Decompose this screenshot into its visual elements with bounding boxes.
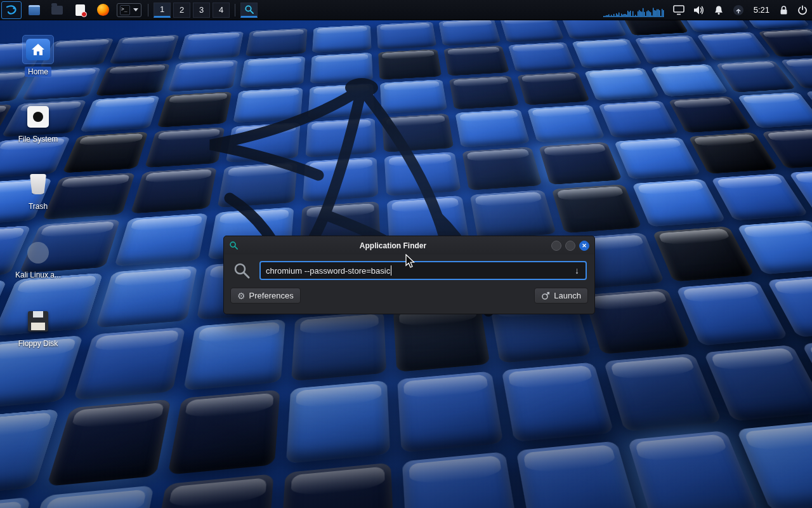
volume-icon[interactable] — [689, 1, 709, 19]
desktop-icon-label: Trash — [25, 201, 51, 211]
display-icon[interactable] — [669, 1, 689, 19]
minimize-button[interactable] — [551, 241, 561, 251]
dialog-buttons: ⚙ Preferences Launch — [224, 284, 594, 307]
app-finder-panel-icon[interactable] — [240, 3, 258, 18]
terminal-icon: >_ — [120, 5, 130, 15]
dropdown-arrow-icon[interactable]: ↓ — [573, 265, 580, 276]
desktop-icon-label: Kali Linux a... — [12, 270, 64, 280]
kali-disc-icon — [27, 242, 49, 264]
lock-icon[interactable] — [775, 1, 793, 19]
workspace-4[interactable]: 4 — [213, 3, 230, 18]
desktop-icon-label: Floppy Disk — [15, 338, 62, 349]
command-input[interactable]: chromium --password-store=basic ↓ — [259, 261, 587, 280]
file-system-icon — [27, 106, 49, 128]
launch-button[interactable]: Launch — [534, 288, 588, 304]
desktop-icon-label: Home — [25, 67, 51, 77]
panel-right: 5:21 — [599, 0, 812, 20]
firefox-icon[interactable] — [93, 1, 113, 19]
notification-bell-icon[interactable] — [709, 1, 728, 19]
desktop-icon-floppy-disk[interactable]: Floppy Disk — [6, 307, 70, 349]
preferences-label: Preferences — [249, 291, 294, 300]
top-panel: >_ 1 2 3 4 5:21 — [0, 0, 812, 20]
panel-left: >_ 1 2 3 4 — [0, 0, 259, 20]
home-icon — [26, 39, 50, 60]
file-manager-icon[interactable] — [24, 1, 44, 19]
folder-icon[interactable] — [47, 1, 67, 19]
workspace-2[interactable]: 2 — [173, 3, 190, 18]
dialog-title: Application Finder — [239, 241, 547, 250]
text-caret — [391, 265, 391, 276]
close-button[interactable]: ✕ — [579, 241, 589, 251]
desktop-icon-label: File System — [15, 134, 62, 144]
launch-label: Launch — [554, 291, 581, 300]
cpu-graph[interactable] — [599, 1, 669, 19]
search-icon — [233, 262, 251, 279]
launch-icon — [541, 291, 550, 300]
dialog-titlebar[interactable]: Application Finder ✕ — [224, 236, 594, 255]
updates-icon[interactable] — [728, 1, 749, 19]
workspace-1[interactable]: 1 — [154, 3, 171, 18]
dialog-body: chromium --password-store=basic ↓ — [224, 255, 594, 284]
power-icon[interactable] — [793, 1, 812, 19]
kali-menu-icon[interactable] — [1, 1, 22, 19]
floppy-disk-icon — [28, 311, 48, 331]
desktop-icon-trash[interactable]: Trash — [6, 170, 70, 211]
trash-icon — [30, 174, 46, 194]
chevron-down-icon[interactable] — [133, 8, 138, 11]
preferences-button[interactable]: ⚙ Preferences — [230, 288, 301, 304]
gear-icon: ⚙ — [237, 291, 246, 300]
desktop-icon-file-system[interactable]: File System — [6, 103, 70, 144]
panel-separator — [235, 4, 235, 17]
workspace-3[interactable]: 3 — [193, 3, 210, 18]
maximize-button[interactable] — [565, 241, 575, 251]
application-finder-dialog: Application Finder ✕ chromium --password… — [223, 236, 595, 314]
clock[interactable]: 5:21 — [749, 5, 775, 15]
panel-separator — [148, 4, 148, 17]
text-editor-icon[interactable] — [70, 1, 90, 19]
desktop-icon-kali-linux[interactable]: Kali Linux a... — [6, 239, 70, 280]
app-finder-titlebar-icon — [229, 241, 239, 250]
desktop-icon-home[interactable]: Home — [6, 36, 70, 77]
command-input-value: chromium --password-store=basic — [266, 266, 390, 276]
terminal-launcher-icon[interactable]: >_ — [117, 3, 141, 17]
